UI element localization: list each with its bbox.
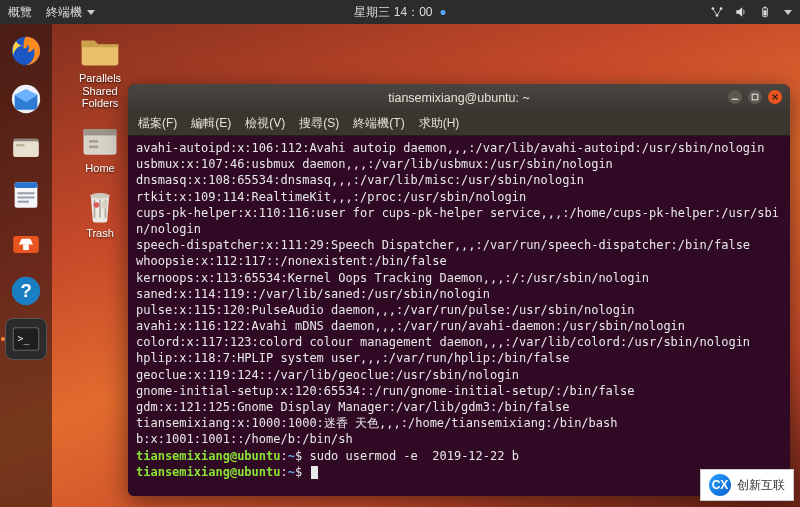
svg-rect-12 <box>15 182 38 188</box>
svg-text:>_: >_ <box>18 333 30 345</box>
activities-button[interactable]: 概覽 <box>8 4 32 21</box>
menu-edit[interactable]: 編輯(E) <box>191 115 231 132</box>
notification-dot-icon <box>441 10 446 15</box>
svg-rect-30 <box>752 94 758 100</box>
terminal-menubar: 檔案(F) 編輯(E) 檢視(V) 搜尋(S) 終端機(T) 求助(H) <box>128 112 790 136</box>
menu-terminal[interactable]: 終端機(T) <box>353 115 404 132</box>
window-maximize-button[interactable] <box>748 90 762 104</box>
battery-icon[interactable] <box>758 5 772 19</box>
svg-point-26 <box>90 193 110 199</box>
dock-terminal[interactable]: >_ <box>5 318 47 360</box>
menu-file[interactable]: 檔案(F) <box>138 115 177 132</box>
terminal-body[interactable]: avahi-autoipd:x:106:112:Avahi autoip dae… <box>128 136 790 496</box>
svg-rect-13 <box>18 192 35 194</box>
menu-view[interactable]: 檢視(V) <box>245 115 285 132</box>
window-minimize-button[interactable] <box>728 90 742 104</box>
svg-rect-24 <box>89 140 98 143</box>
svg-rect-5 <box>764 10 767 15</box>
system-menu-chevron-icon[interactable] <box>784 10 792 15</box>
menu-help[interactable]: 求助(H) <box>419 115 460 132</box>
network-icon[interactable] <box>710 5 724 19</box>
svg-rect-29 <box>732 99 738 100</box>
app-menu[interactable]: 終端機 <box>46 4 95 21</box>
svg-rect-10 <box>16 144 24 146</box>
svg-text:?: ? <box>20 280 31 301</box>
svg-rect-23 <box>84 129 117 135</box>
dock-writer[interactable] <box>5 174 47 216</box>
volume-icon[interactable] <box>734 5 748 19</box>
svg-rect-25 <box>89 145 98 148</box>
dock: ? >_ <box>0 24 52 507</box>
top-panel: 概覽 終端機 星期三 14：00 <box>0 0 800 24</box>
svg-rect-4 <box>764 7 766 8</box>
dock-help[interactable]: ? <box>5 270 47 312</box>
svg-rect-17 <box>23 244 29 250</box>
dock-thunderbird[interactable] <box>5 78 47 120</box>
svg-rect-9 <box>13 141 39 157</box>
terminal-titlebar[interactable]: tiansemixiang@ubuntu: ~ <box>128 84 790 112</box>
svg-rect-28 <box>102 201 108 208</box>
svg-point-27 <box>94 202 100 208</box>
dock-firefox[interactable] <box>5 30 47 72</box>
menu-search[interactable]: 搜尋(S) <box>299 115 339 132</box>
watermark-text: 创新互联 <box>737 477 785 494</box>
watermark-logo-icon: CX <box>709 474 731 496</box>
chevron-down-icon <box>87 10 95 15</box>
window-close-button[interactable] <box>768 90 782 104</box>
window-title: tiansemixiang@ubuntu: ~ <box>388 91 530 105</box>
clock[interactable]: 星期三 14：00 <box>354 4 445 21</box>
terminal-window: tiansemixiang@ubuntu: ~ 檔案(F) 編輯(E) 檢視(V… <box>128 84 790 496</box>
dock-software[interactable] <box>5 222 47 264</box>
watermark: CX 创新互联 <box>700 469 794 501</box>
dock-files[interactable] <box>5 126 47 168</box>
svg-rect-15 <box>18 201 29 203</box>
svg-rect-14 <box>18 196 35 198</box>
